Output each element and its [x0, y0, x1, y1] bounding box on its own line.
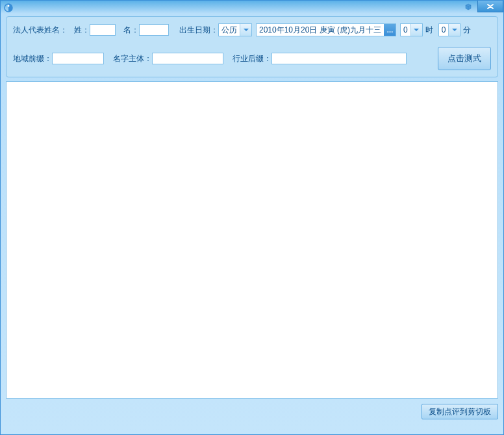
minute-value: 0 — [439, 25, 449, 34]
bottom-bar: 复制点评到剪切板 — [6, 404, 498, 419]
copy-button-label: 复制点评到剪切板 — [429, 406, 491, 417]
window-buttons — [459, 1, 503, 12]
region-prefix-label: 地域前缀： — [13, 53, 52, 64]
content-area — [6, 81, 498, 399]
legal-rep-label: 法人代表姓名： — [13, 25, 68, 36]
form-row-2: 地域前缀： 名字主体： 行业后缀： 点击测式 — [13, 47, 491, 70]
birthdate-display[interactable]: 2010年10月20日 庚寅 (虎)九月十三 … — [256, 23, 396, 36]
calendar-type-dropdown[interactable]: 公历 — [218, 23, 252, 36]
name-body-input[interactable] — [152, 53, 223, 64]
close-icon — [486, 3, 494, 10]
titlebar — [1, 1, 503, 15]
test-button[interactable]: 点击测式 — [438, 47, 491, 70]
dropdown-button — [448, 24, 460, 36]
name-body-label: 名字主体： — [113, 53, 152, 64]
hour-label: 时 — [425, 25, 433, 36]
industry-suffix-input[interactable] — [271, 53, 407, 64]
form-panel: 法人代表姓名： 姓： 名： 出生日期： 公历 2010年10月20日 庚寅 (虎… — [6, 16, 498, 77]
copy-button[interactable]: 复制点评到剪切板 — [422, 404, 498, 419]
date-picker-button[interactable]: … — [384, 24, 396, 36]
minute-dropdown[interactable]: 0 — [438, 23, 461, 36]
chevron-down-icon — [414, 29, 419, 31]
minute-label: 分 — [463, 25, 471, 36]
form-row-1: 法人代表姓名： 姓： 名： 出生日期： 公历 2010年10月20日 庚寅 (虎… — [13, 23, 491, 36]
chevron-down-icon — [244, 29, 249, 31]
givenname-label: 名： — [123, 25, 139, 36]
app-window: 法人代表姓名： 姓： 名： 出生日期： 公历 2010年10月20日 庚寅 (虎… — [0, 0, 504, 435]
birthdate-label: 出生日期： — [179, 25, 218, 36]
region-prefix-input[interactable] — [52, 53, 104, 64]
app-icon — [3, 3, 14, 13]
chevron-down-icon — [452, 29, 457, 31]
svg-point-1 — [8, 5, 10, 7]
close-button[interactable] — [477, 1, 503, 12]
surname-input[interactable] — [90, 24, 116, 36]
hour-value: 0 — [401, 25, 410, 34]
birthdate-value: 2010年10月20日 庚寅 (虎)九月十三 — [259, 25, 381, 36]
surname-label: 姓： — [74, 25, 90, 36]
hour-dropdown[interactable]: 0 — [400, 23, 423, 36]
dropdown-button — [240, 24, 251, 36]
cube-icon — [463, 2, 473, 11]
minimize-button[interactable] — [459, 1, 477, 12]
dropdown-button — [410, 24, 422, 36]
industry-suffix-label: 行业后缀： — [233, 53, 271, 64]
test-button-label: 点击测式 — [447, 53, 481, 64]
givenname-input[interactable] — [139, 24, 169, 36]
calendar-type-value: 公历 — [219, 25, 240, 36]
